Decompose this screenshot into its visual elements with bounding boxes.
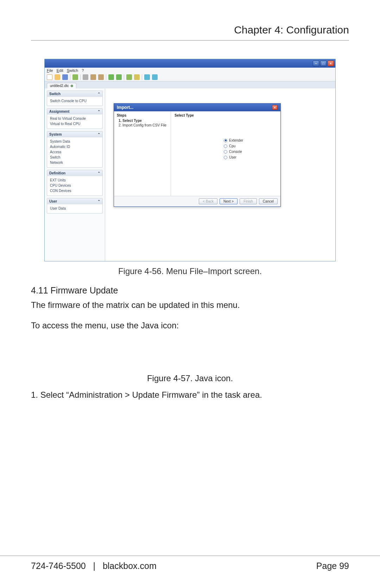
type-radio-group: Extender Cpu Console User — [224, 138, 277, 159]
cancel-button[interactable]: Cancel — [259, 198, 278, 204]
next-button[interactable]: Next > — [220, 198, 238, 204]
app-window: – □ × File Edit Switch ? — [44, 59, 336, 261]
menu-help[interactable]: ? — [82, 68, 84, 73]
cut-icon[interactable] — [83, 74, 88, 80]
radio-icon — [224, 144, 227, 148]
nav-fwd-icon[interactable] — [152, 74, 158, 80]
dialog-steps-panel: Steps Select Type Import Config from CSV… — [114, 111, 171, 196]
export-icon[interactable] — [134, 74, 140, 80]
body-paragraph: The firmware of the matrix can be update… — [31, 299, 349, 311]
sidebar-head: User — [49, 199, 57, 203]
sidebar-item[interactable]: Access — [50, 149, 100, 155]
collapse-icon[interactable]: ⌃ — [97, 92, 100, 96]
steps-header: Steps — [117, 113, 168, 117]
tab-label: untitled2.dtc — [50, 84, 69, 88]
figure-4-56: – □ × File Edit Switch ? — [31, 59, 349, 261]
sidebar-head: Definition — [49, 171, 65, 175]
radio-extender[interactable]: Extender — [224, 138, 277, 142]
figure-caption-2: Figure 4-57. Java icon. — [31, 373, 349, 383]
open-icon[interactable] — [55, 74, 60, 80]
tool-icon-1[interactable] — [108, 74, 114, 80]
sidebar-section-definition: Definition⌃ EXT Units CPU Devices CON De… — [47, 170, 103, 196]
sidebar-head: Switch — [49, 92, 61, 96]
sidebar-item[interactable]: System Data — [50, 139, 100, 144]
radio-label: Cpu — [229, 144, 235, 148]
tab-strip: untitled2.dtc ⊗ — [45, 81, 335, 88]
tab-close-icon[interactable]: ⊗ — [70, 84, 73, 88]
radio-icon — [224, 150, 227, 154]
menu-switch[interactable]: Switch — [67, 68, 78, 73]
window-titlebar: – □ × — [45, 59, 335, 68]
footer-site: blackbox.com — [103, 561, 157, 571]
radio-label: Console — [229, 150, 242, 154]
step-item: Import Config from CSV File — [122, 123, 168, 127]
sidebar-item[interactable]: Switch Console to CPU — [50, 98, 100, 104]
radio-icon — [224, 139, 227, 142]
new-icon[interactable] — [47, 74, 52, 80]
sidebar-item[interactable]: Network — [50, 160, 100, 165]
section-title: 4.11 Firmware Update — [31, 285, 349, 296]
sidebar-item[interactable]: Virtual to Real CPU — [50, 121, 100, 126]
close-icon[interactable]: × — [328, 61, 334, 66]
copy-icon[interactable] — [90, 74, 96, 80]
document-tab[interactable]: untitled2.dtc ⊗ — [47, 83, 76, 88]
sidebar-head: Assignment — [49, 110, 69, 113]
paste-icon[interactable] — [98, 74, 104, 80]
collapse-icon[interactable]: ⌃ — [97, 171, 100, 175]
step-item: Select Type — [122, 119, 168, 123]
import-icon[interactable] — [126, 74, 132, 80]
figure-caption-1: Figure 4-56. Menu File–Import screen. — [31, 266, 349, 276]
maximize-icon[interactable]: □ — [320, 61, 327, 66]
sidebar-item[interactable]: CPU Devices — [50, 183, 100, 188]
footer-phone: 724-746-5500 — [31, 561, 86, 571]
radio-icon — [224, 156, 227, 159]
dialog-title: Import... — [117, 105, 133, 110]
radio-label: User — [229, 155, 236, 159]
page-number: Page 99 — [316, 561, 349, 571]
sidebar-section-assignment: Assignment⌃ Real to Virtual Console Virt… — [47, 108, 103, 129]
tool-icon-2[interactable] — [116, 74, 122, 80]
toolbar — [45, 73, 335, 81]
menu-bar: File Edit Switch ? — [45, 68, 335, 73]
dialog-content-panel: Select Type Extender Cpu Console User — [171, 111, 280, 196]
collapse-icon[interactable]: ⌃ — [97, 110, 100, 113]
chapter-title: Chapter 4: Configuration — [31, 24, 349, 41]
collapse-icon[interactable]: ⌃ — [97, 132, 100, 136]
menu-edit[interactable]: Edit — [57, 68, 63, 73]
collapse-icon[interactable]: ⌃ — [97, 199, 100, 203]
sidebar: Switch⌃ Switch Console to CPU Assignment… — [45, 88, 105, 261]
page-footer: 724-746-5500 | blackbox.com Page 99 — [0, 556, 380, 571]
sidebar-item[interactable]: User Data — [50, 206, 100, 211]
minimize-icon[interactable]: – — [313, 61, 319, 66]
step-text: 1. Select “Administration > Update Firmw… — [31, 389, 349, 401]
save-icon[interactable] — [62, 74, 68, 80]
radio-console[interactable]: Console — [224, 150, 277, 154]
nav-back-icon[interactable] — [144, 74, 150, 80]
body-paragraph: To access the menu, use the Java icon: — [31, 320, 349, 332]
import-dialog: Import... × Steps Select Type Import Con… — [114, 103, 281, 207]
sidebar-section-system: System⌃ System Data Automatic ID Access … — [47, 131, 103, 168]
content-area: Import... × Steps Select Type Import Con… — [105, 88, 335, 261]
dialog-footer: < Back Next > Finish Cancel — [114, 196, 280, 206]
radio-user[interactable]: User — [224, 155, 277, 159]
sidebar-item[interactable]: CON Devices — [50, 188, 100, 193]
sidebar-item[interactable]: Real to Virtual Console — [50, 116, 100, 121]
dialog-close-icon[interactable]: × — [272, 105, 278, 110]
radio-label: Extender — [229, 138, 243, 142]
sidebar-item[interactable]: Automatic ID — [50, 144, 100, 149]
radio-cpu[interactable]: Cpu — [224, 144, 277, 148]
sidebar-head: System — [49, 132, 62, 136]
menu-file[interactable]: File — [47, 68, 53, 73]
sidebar-item[interactable]: EXT Units — [50, 178, 100, 183]
sidebar-item[interactable]: Switch — [50, 155, 100, 160]
select-type-header: Select Type — [175, 113, 277, 117]
sidebar-section-user: User⌃ User Data — [47, 198, 103, 213]
refresh-icon[interactable] — [72, 74, 78, 80]
finish-button: Finish — [240, 198, 257, 204]
back-button: < Back — [199, 198, 217, 204]
sidebar-section-switch: Switch⌃ Switch Console to CPU — [47, 91, 103, 106]
